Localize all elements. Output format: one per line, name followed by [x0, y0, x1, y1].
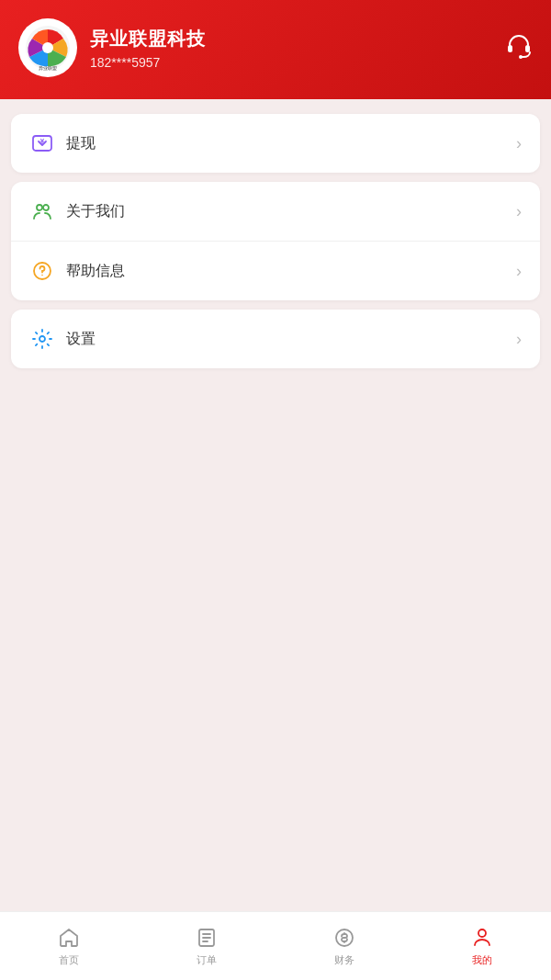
orders-icon: [195, 926, 219, 950]
header-info: 异业联盟科技 182****5957: [90, 27, 206, 70]
home-icon: [57, 926, 81, 950]
mine-icon: [470, 926, 494, 950]
nav-item-home[interactable]: 首页: [0, 918, 138, 967]
svg-point-6: [519, 55, 523, 59]
help-arrow: ›: [516, 262, 522, 281]
withdraw-label: 提现: [66, 134, 516, 153]
settings-label: 设置: [66, 330, 516, 349]
svg-point-19: [478, 929, 486, 937]
menu-item-withdraw[interactable]: ¥ 提现 ›: [11, 114, 540, 173]
help-icon: [29, 258, 55, 284]
finance-icon: [332, 926, 356, 950]
avatar: 异业联盟: [18, 18, 77, 77]
menu-item-about[interactable]: 关于我们 ›: [11, 182, 540, 241]
header-left: 异业联盟 异业联盟科技 182****5957: [18, 18, 206, 77]
menu-card-group3: 设置 ›: [11, 310, 540, 368]
support-button[interactable]: [505, 32, 533, 63]
nav-item-mine[interactable]: 我的: [413, 918, 551, 967]
svg-point-13: [39, 336, 45, 342]
svg-rect-5: [525, 45, 530, 52]
about-arrow: ›: [516, 202, 522, 221]
about-label: 关于我们: [66, 202, 516, 221]
help-label: 帮助信息: [66, 262, 516, 281]
app-name: 异业联盟科技: [90, 27, 206, 51]
settings-icon: [29, 326, 55, 352]
svg-text:¥: ¥: [40, 137, 45, 145]
svg-point-9: [37, 205, 42, 210]
menu-item-help[interactable]: 帮助信息 ›: [11, 241, 540, 300]
withdraw-icon: ¥: [29, 130, 55, 156]
menu-card-group2: 关于我们 › 帮助信息 ›: [11, 182, 540, 300]
bottom-nav: 首页 订单 财务 我的: [0, 911, 551, 980]
phone-number: 182****5957: [90, 55, 206, 70]
svg-point-12: [41, 275, 43, 276]
svg-rect-4: [508, 45, 512, 52]
nav-item-finance[interactable]: 财务: [276, 918, 413, 967]
about-icon: [29, 198, 55, 224]
settings-arrow: ›: [516, 330, 522, 349]
orders-nav-label: 订单: [197, 953, 217, 967]
home-nav-label: 首页: [59, 953, 79, 967]
content-area: ¥ 提现 › 关于我们 ›: [0, 99, 551, 911]
svg-text:异业联盟: 异业联盟: [39, 65, 57, 71]
svg-point-2: [42, 42, 53, 53]
headset-icon: [505, 32, 533, 63]
mine-nav-label: 我的: [472, 953, 492, 967]
finance-nav-label: 财务: [334, 953, 354, 967]
nav-item-orders[interactable]: 订单: [138, 918, 276, 967]
menu-card-group1: ¥ 提现 ›: [11, 114, 540, 173]
withdraw-arrow: ›: [516, 134, 522, 153]
menu-item-settings[interactable]: 设置 ›: [11, 310, 540, 368]
header: 异业联盟 异业联盟科技 182****5957: [0, 0, 551, 99]
svg-point-10: [43, 205, 49, 210]
